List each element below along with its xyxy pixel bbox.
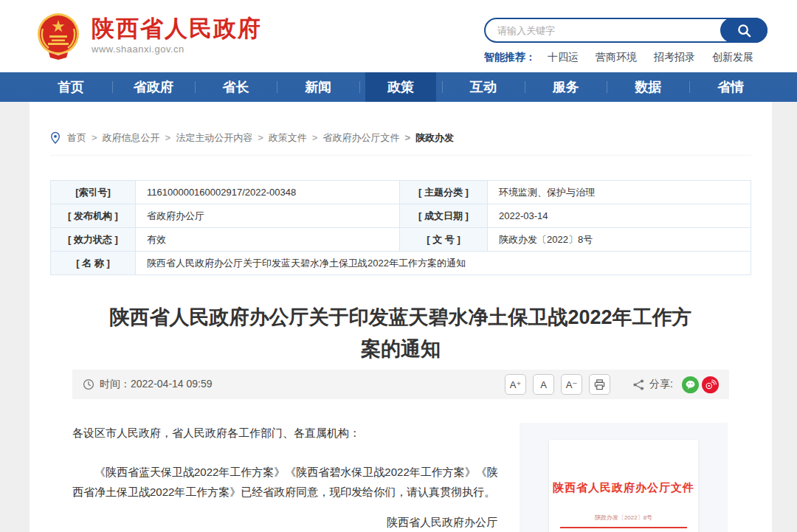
hot-link-chuangxin[interactable]: 创新发展 (712, 51, 753, 64)
share-icon (632, 379, 645, 391)
document-preview-panel: 陕西省人民政府办公厅文件 陕政办发〔2022〕8号 (520, 423, 728, 532)
site-header: 陕西省人民政府 www.shaanxi.gov.cn 智能推荐： 十四运 营商环… (0, 0, 797, 72)
meta-value-index-no: 116100000160002917/2022-00348 (136, 181, 400, 204)
document-preview-rule (560, 527, 687, 528)
nav-item-governor[interactable]: 省长 (195, 72, 277, 102)
font-increase-button[interactable]: A⁺ (505, 374, 526, 395)
site-url: www.shaanxi.gov.cn (92, 44, 262, 55)
meta-label-issuer: [ 发布机构 ] (51, 204, 136, 228)
meta-label-date: [ 成文日期 ] (400, 204, 488, 228)
breadcrumb-info-disclosure[interactable]: 政府信息公开 (86, 131, 160, 145)
site-logo[interactable]: 陕西省人民政府 www.shaanxi.gov.cn (34, 11, 262, 60)
meta-value-doc-no: 陕政办发〔2022〕8号 (488, 228, 751, 252)
content-container: 首页 政府信息公开 法定主动公开内容 政策文件 省政府办公厅文件 陕政办发 [索… (30, 102, 772, 532)
national-emblem-icon (34, 11, 83, 60)
page-title: 陕西省人民政府办公厅关于印发蓝天碧水净土保卫战2022年工作方案的通知 (106, 302, 696, 365)
article-paragraph: 《陕西省蓝天保卫战2022年工作方案》《陕西省碧水保卫战2022年工作方案》《陕… (72, 462, 500, 502)
hot-link-zhaokao[interactable]: 招考招录 (654, 51, 695, 64)
publish-time-text: 时间：2022-04-14 09:59 (100, 378, 213, 391)
search-input[interactable] (497, 21, 711, 40)
page-background: 首页 政府信息公开 法定主动公开内容 政策文件 省政府办公厅文件 陕政办发 [索… (0, 102, 797, 532)
breadcrumb-office-documents[interactable]: 省政府办公厅文件 (307, 131, 400, 145)
wechat-share-button[interactable] (682, 376, 699, 393)
location-pin-icon (50, 131, 61, 145)
hot-links-row: 智能推荐： 十四运 营商环境 招考招录 创新发展 (484, 51, 767, 64)
meta-value-issuer: 省政府办公厅 (136, 204, 400, 228)
main-nav: 首页 省政府 省长 新闻 政策 互动 服务 数据 省情 (0, 72, 797, 102)
share-group: 分享: (632, 376, 719, 393)
hot-link-shisiyun[interactable]: 十四运 (548, 51, 579, 64)
meta-value-topic: 环境监测、保护与治理 (488, 181, 751, 204)
meta-label-doc-no: [ 文 号 ] (400, 228, 488, 252)
nav-item-news[interactable]: 新闻 (277, 72, 359, 102)
document-preview-page[interactable]: 陕西省人民政府办公厅文件 陕政办发〔2022〕8号 (549, 440, 698, 532)
hot-link-yingshang[interactable]: 营商环境 (596, 51, 637, 64)
wechat-icon (684, 379, 697, 391)
meta-label-topic: [ 主题分类 ] (400, 181, 488, 204)
meta-value-status: 有效 (136, 228, 400, 252)
article-info-bar: 时间：2022-04-14 09:59 A⁺ A A⁻ (72, 370, 729, 399)
nav-item-interaction[interactable]: 互动 (442, 72, 525, 102)
clock-icon (83, 379, 94, 390)
document-preview-header: 陕西省人民政府办公厅文件 (549, 440, 698, 495)
table-row: [ 发布机构 ] 省政府办公厅 [ 成文日期 ] 2022-03-14 (51, 204, 751, 228)
search-area: 智能推荐： 十四运 营商环境 招考招录 创新发展 (484, 18, 767, 64)
font-decrease-button[interactable]: A⁻ (561, 374, 582, 395)
print-button[interactable] (589, 374, 610, 395)
hot-links-label: 智能推荐： (484, 51, 536, 64)
breadcrumb-policy-documents[interactable]: 政策文件 (252, 131, 307, 145)
document-preview-number: 陕政办发〔2022〕8号 (549, 514, 698, 522)
printer-icon (593, 379, 606, 391)
meta-value-name: 陕西省人民政府办公厅关于印发蓝天碧水净土保卫战2022年工作方案的通知 (136, 252, 751, 275)
document-meta-table: [索引号] 116100000160002917/2022-00348 [ 主题… (50, 180, 751, 275)
nav-item-home[interactable]: 首页 (30, 72, 112, 102)
font-normal-button[interactable]: A (533, 374, 554, 395)
nav-item-services[interactable]: 服务 (525, 72, 607, 102)
publish-time: 时间：2022-04-14 09:59 (83, 378, 213, 391)
meta-label-index-no: [索引号] (51, 181, 136, 204)
table-row: [索引号] 116100000160002917/2022-00348 [ 主题… (51, 181, 751, 204)
weibo-icon (704, 379, 717, 391)
article-signature: 陕西省人民政府办公厅 (72, 512, 500, 532)
nav-item-policy[interactable]: 政策 (359, 72, 442, 102)
nav-item-provincial-govt[interactable]: 省政府 (112, 72, 195, 102)
article-salutation: 各设区市人民政府，省人民政府各工作部门、各直属机构： (72, 423, 500, 443)
meta-label-name: [ 名 称 ] (51, 252, 136, 275)
search-icon (736, 23, 752, 38)
meta-value-date: 2022-03-14 (488, 204, 751, 228)
table-row: [ 效力状态 ] 有效 [ 文 号 ] 陕政办发〔2022〕8号 (51, 228, 751, 252)
article-body: 各设区市人民政府，省人民政府各工作部门、各直属机构： 《陕西省蓝天保卫战2022… (72, 420, 500, 532)
search-box (484, 18, 767, 43)
breadcrumb-home[interactable]: 首页 (67, 131, 86, 145)
meta-label-status: [ 效力状态 ] (51, 228, 136, 252)
site-title: 陕西省人民政府 (92, 16, 262, 41)
share-label: 分享: (649, 378, 673, 391)
breadcrumb: 首页 政府信息公开 法定主动公开内容 政策文件 省政府办公厅文件 陕政办发 (50, 102, 751, 156)
breadcrumb-current: 陕政办发 (399, 131, 454, 145)
breadcrumb-statutory-content[interactable]: 法定主动公开内容 (160, 131, 253, 145)
table-row: [ 名 称 ] 陕西省人民政府办公厅关于印发蓝天碧水净土保卫战2022年工作方案… (51, 252, 751, 275)
search-button[interactable] (720, 18, 767, 43)
weibo-share-button[interactable] (702, 376, 719, 393)
nav-item-data[interactable]: 数据 (607, 72, 689, 102)
nav-item-province-profile[interactable]: 省情 (689, 72, 772, 102)
